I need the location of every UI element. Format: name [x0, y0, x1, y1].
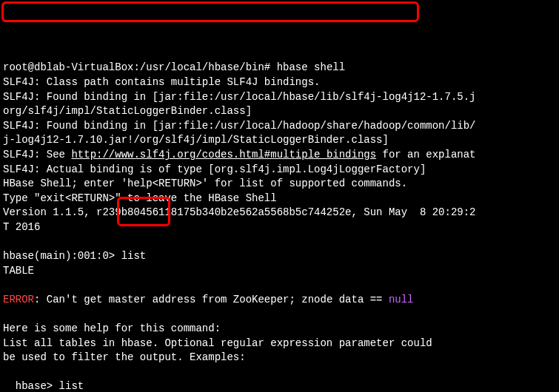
- error-message: : Can't get master address from ZooKeepe…: [34, 294, 389, 305]
- log-line: SLF4J: Actual binding is of type [org.sl…: [3, 163, 426, 175]
- help-text: Here is some help for this command:: [3, 322, 221, 334]
- help-text: be used to filter the output. Examples:: [3, 351, 246, 363]
- log-line: Type "exit<RETURN>" to leave the HBase S…: [3, 192, 277, 204]
- log-line: for an explanat: [376, 149, 475, 160]
- error-label: ERROR: [3, 294, 34, 305]
- log-line: SLF4J: See: [3, 149, 71, 160]
- log-line: HBase Shell; enter 'help<RETURN>' for li…: [3, 178, 407, 189]
- null-value: null: [389, 294, 414, 305]
- terminal-output: root@dblab-VirtualBox:/usr/local/hbase/b…: [3, 61, 556, 392]
- log-line: SLF4J: Class path contains multiple SLF4…: [3, 76, 320, 88]
- hbase-prompt: hbase(main):001:0>: [3, 250, 115, 262]
- version-line: T 2016: [3, 221, 40, 233]
- example-line: hbase> list: [3, 380, 84, 392]
- shell-prompt-path: root@dblab-VirtualBox:/usr/local/hbase/b…: [3, 61, 270, 73]
- highlight-box-command: [1, 1, 419, 22]
- slf4j-url-link[interactable]: http://www.slf4j.org/codes.html#multiple…: [71, 149, 376, 160]
- shell-command: hbase shell: [270, 61, 345, 73]
- log-line: SLF4J: Found binding in [jar:file:/usr/l…: [3, 91, 476, 103]
- help-text: List all tables in hbase. Optional regul…: [3, 337, 432, 349]
- hbase-command: list: [115, 250, 146, 262]
- version-line: Version 1.1.5, r239b80456118175b340b2e56…: [3, 206, 476, 218]
- log-line: j-log4j12-1.7.10.jar!/org/slf4j/impl/Sta…: [3, 134, 389, 146]
- log-line: SLF4J: Found binding in [jar:file:/usr/l…: [3, 120, 476, 132]
- table-header: TABLE: [3, 265, 34, 277]
- log-line: org/slf4j/impl/StaticLoggerBinder.class]: [3, 105, 252, 117]
